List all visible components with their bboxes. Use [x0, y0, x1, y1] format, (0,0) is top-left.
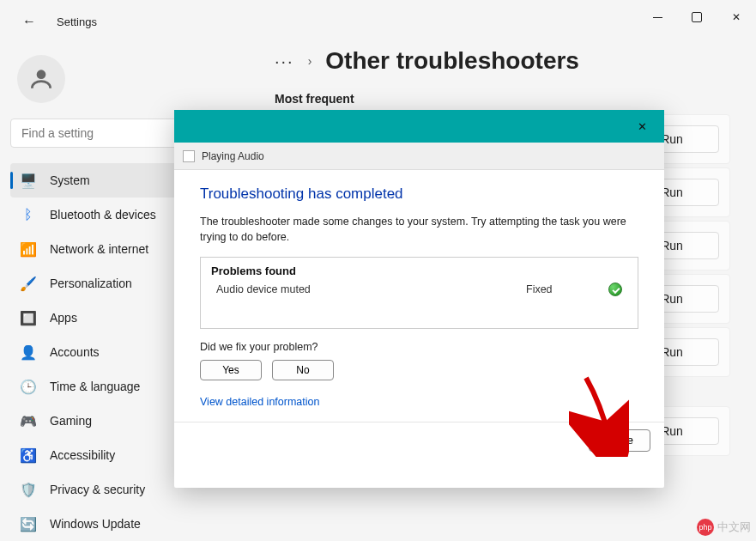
sidebar-item-label: Windows Update [50, 517, 141, 531]
window-close-button[interactable] [717, 0, 756, 34]
app-title: Settings [57, 15, 97, 28]
watermark-logo: php [697, 519, 714, 536]
no-button[interactable]: No [272, 360, 334, 380]
minimize-button[interactable] [638, 0, 677, 34]
problems-found-label: Problems found [211, 264, 627, 277]
shield-icon: 🛡️ [21, 482, 36, 497]
maximize-button[interactable] [677, 0, 717, 34]
sidebar-item-label: Accessibility [50, 448, 115, 462]
dialog-close-button[interactable]: ✕ [625, 111, 659, 142]
breadcrumb-more[interactable]: ··· [275, 52, 294, 71]
dialog-titlebar: ✕ [174, 110, 664, 143]
audio-icon [183, 150, 195, 162]
sidebar-item-windows-update[interactable]: 🔄 Windows Update [10, 507, 247, 541]
watermark: php 中文网 [697, 519, 751, 536]
display-icon: 🖥️ [21, 173, 36, 188]
avatar[interactable] [17, 55, 65, 103]
page-title: Other troubleshooters [325, 47, 579, 75]
update-icon: 🔄 [21, 516, 36, 532]
back-button[interactable]: ← [17, 9, 41, 34]
section-most-frequent: Most frequent [275, 92, 730, 106]
sidebar-item-label: Apps [50, 311, 77, 325]
sidebar-item-label: Network & internet [50, 242, 148, 256]
svg-point-0 [37, 70, 46, 79]
problem-name: Audio device muted [216, 283, 526, 295]
user-icon [27, 65, 55, 93]
view-detailed-info-link[interactable]: View detailed information [200, 396, 638, 408]
checkmark-icon [608, 283, 622, 296]
dialog-body-text: The troubleshooter made some changes to … [200, 215, 638, 245]
sidebar-item-label: Bluetooth & devices [50, 208, 156, 222]
breadcrumb: ··· › Other troubleshooters [275, 47, 730, 75]
chevron-right-icon: › [308, 54, 312, 68]
yes-button[interactable]: Yes [200, 360, 262, 380]
watermark-text: 中文网 [717, 520, 751, 535]
sidebar-item-label: Privacy & security [50, 483, 145, 496]
problems-found-box: Problems found Audio device muted Fixed [200, 257, 638, 329]
wifi-icon: 📶 [21, 241, 36, 257]
dialog-header: Playing Audio [174, 143, 664, 170]
problem-status: Fixed [526, 283, 595, 295]
sidebar-item-label: Personalization [50, 277, 132, 290]
sidebar-item-label: Time & language [50, 380, 140, 393]
problem-row: Audio device muted Fixed [211, 283, 627, 296]
accessibility-icon: ♿ [21, 447, 36, 463]
close-button[interactable]: Close [589, 429, 650, 452]
apps-icon: 🔲 [21, 310, 36, 325]
brush-icon: 🖌️ [21, 276, 36, 291]
troubleshooter-dialog: ✕ Playing Audio Troubleshooting has comp… [174, 110, 664, 488]
dialog-header-title: Playing Audio [202, 150, 264, 162]
fix-question: Did we fix your problem? [200, 341, 638, 353]
person-icon: 👤 [21, 344, 36, 360]
dialog-title: Troubleshooting has completed [200, 185, 638, 203]
sidebar-item-label: System [50, 173, 90, 187]
bluetooth-icon: ᛒ [21, 207, 36, 222]
search-placeholder: Find a setting [21, 126, 94, 140]
gamepad-icon: 🎮 [21, 413, 36, 429]
clock-globe-icon: 🕒 [21, 379, 36, 394]
sidebar-item-label: Accounts [50, 345, 100, 359]
sidebar-item-label: Gaming [50, 414, 92, 428]
